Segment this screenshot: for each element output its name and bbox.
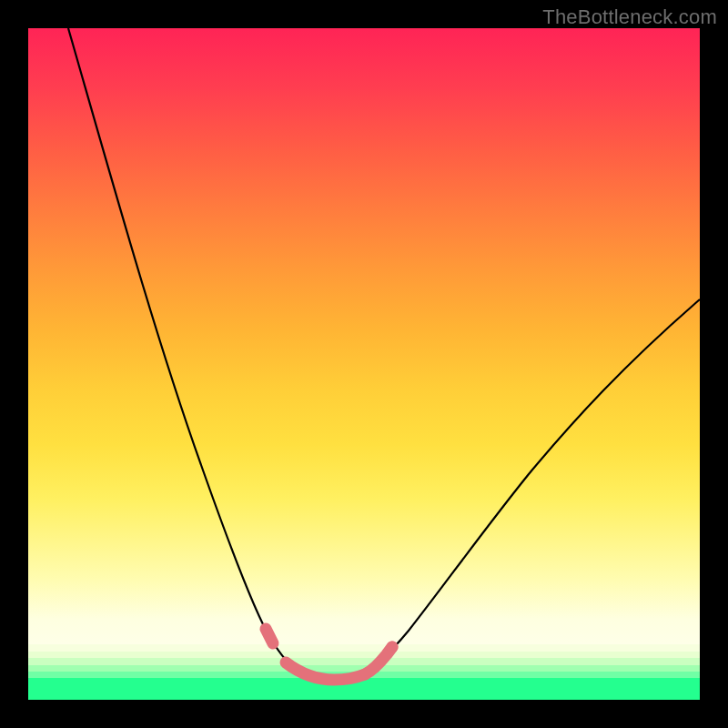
plot-area: [28, 28, 700, 700]
highlight-right-dot: [387, 642, 399, 653]
curve-left: [68, 28, 301, 673]
highlight-bottom: [286, 662, 365, 680]
highlight-left-tick: [266, 629, 273, 643]
curve-right: [354, 299, 700, 676]
curves-svg: [28, 28, 700, 700]
watermark-text: TheBottleneck.com: [542, 5, 717, 29]
outer-frame: TheBottleneck.com: [0, 0, 728, 728]
